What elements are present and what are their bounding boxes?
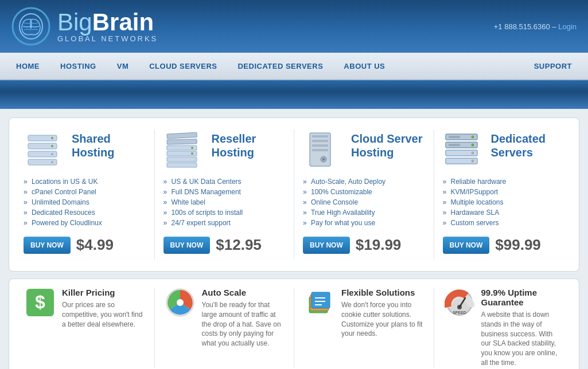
nav-cloud-servers[interactable]: CLOUD SERVERS	[139, 52, 227, 80]
cloud-title: Cloud ServerHosting	[351, 132, 422, 159]
dedicated-feature-4: Hardaware SLA	[443, 207, 565, 218]
reseller-title: ResellerHosting	[212, 132, 256, 159]
header-contact: +1 888.515.6360 – Login	[494, 22, 577, 31]
uptime-text: 99.9% Uptime Guarantee A website that is…	[481, 288, 563, 368]
svg-text:SPEED: SPEED	[453, 311, 466, 315]
pricing-text: Killer Pricing Our prices are so competi…	[62, 288, 144, 329]
nav-dedicated-servers[interactable]: DEDICATED SERVERS	[227, 52, 333, 80]
reseller-card-bottom: BUY NOW $12.95	[163, 236, 286, 254]
cloud-feature-5: Pay for what you use	[303, 218, 425, 228]
svg-point-8	[51, 153, 53, 155]
feature-uptime: SPEED 99.9% Uptime Guarantee A website t…	[434, 288, 574, 368]
brand-name: BigBrain	[57, 10, 158, 34]
login-link[interactable]: Login	[558, 22, 577, 31]
pricing-icon: $	[25, 288, 55, 317]
svg-point-31	[471, 152, 474, 155]
nav-support[interactable]: SUPPORT	[524, 52, 582, 80]
feature-pricing: $ Killer Pricing Our prices are so compe…	[15, 288, 155, 368]
logo-icon	[11, 7, 50, 46]
card-cloud-top: Cloud ServerHosting	[303, 129, 425, 171]
uptime-icon: SPEED	[445, 288, 474, 317]
uptime-desc: A website that is down stands in the way…	[481, 310, 563, 368]
logo-text: BigBrain GLOBAL NETWORKS	[57, 10, 158, 43]
cloud-card-bottom: BUY NOW $19.99	[303, 236, 425, 254]
card-dedicated-top: DedicatedServers	[443, 129, 565, 171]
dedicated-features: Reliable hardware KVM/IPSupport Multiple…	[443, 176, 565, 228]
nav-home[interactable]: HOME	[6, 52, 50, 80]
reseller-feature-1: US & UK Data Centers	[163, 176, 286, 187]
cloud-feature-3: Online Console	[303, 197, 425, 207]
svg-point-7	[51, 145, 53, 147]
cloud-features: Auto-Scale, Auto Deploy 100% Customizabl…	[303, 176, 425, 228]
nav-vm[interactable]: VM	[107, 52, 139, 80]
cloud-feature-4: True High Availability	[303, 207, 425, 218]
hosting-cards: SharedHosting Locations in US & UK cPane…	[9, 117, 579, 272]
shared-buy-button[interactable]: BUY NOW	[24, 237, 71, 254]
reseller-server-icon	[163, 129, 205, 171]
svg-text:$: $	[35, 292, 45, 312]
hero-band	[0, 80, 588, 109]
cloud-feature-2: 100% Customizable	[303, 187, 425, 197]
dedicated-card-bottom: BUY NOW $99.99	[443, 236, 565, 254]
dedicated-feature-1: Reliable hardware	[443, 176, 565, 187]
svg-point-24	[322, 158, 325, 160]
flexible-icon	[305, 288, 334, 317]
shared-card-bottom: BUY NOW $4.99	[24, 236, 146, 254]
svg-point-32	[471, 160, 474, 163]
svg-point-29	[471, 136, 474, 139]
card-dedicated: DedicatedServers Reliable hardware KVM/I…	[434, 129, 574, 260]
reseller-price: $12.95	[216, 236, 262, 254]
card-shared-top: SharedHosting	[24, 129, 146, 171]
reseller-feature-3: White label	[163, 197, 286, 207]
card-reseller: ResellerHosting US & UK Data Centers Ful…	[155, 129, 295, 260]
dedicated-buy-button[interactable]: BUY NOW	[443, 237, 490, 254]
svg-rect-11	[167, 139, 197, 144]
flexible-title: Flexible Solutions	[341, 288, 423, 297]
shared-server-icon	[24, 129, 65, 171]
main-nav: HOME HOSTING VM CLOUD SERVERS DEDICATED …	[0, 53, 588, 80]
nav-about-us[interactable]: ABOUT US	[333, 52, 395, 80]
cloud-buy-button[interactable]: BUY NOW	[303, 237, 350, 254]
svg-point-17	[191, 152, 193, 155]
logo-area: BigBrain GLOBAL NETWORKS	[11, 7, 158, 46]
pricing-title: Killer Pricing	[62, 288, 144, 297]
flexible-desc: We don't force you into cookie cutter so…	[341, 300, 423, 339]
shared-feature-3: Unlimited Domains	[24, 197, 146, 207]
shared-title: SharedHosting	[72, 132, 114, 159]
nav-hosting[interactable]: HOSTING	[50, 52, 107, 80]
svg-point-38	[177, 299, 184, 306]
card-reseller-top: ResellerHosting	[163, 129, 286, 171]
dedicated-server-icon	[443, 129, 484, 171]
uptime-title: 99.9% Uptime Guarantee	[481, 288, 563, 307]
card-shared: SharedHosting Locations in US & UK cPane…	[15, 129, 155, 260]
shared-features: Locations in US & UK cPanel Control Pane…	[24, 176, 146, 228]
autoscale-text: Auto Scale You'll be ready for that larg…	[202, 288, 284, 348]
svg-rect-21	[312, 144, 328, 147]
svg-rect-15	[167, 163, 197, 167]
card-cloud: Cloud ServerHosting Auto-Scale, Auto Dep…	[294, 129, 434, 260]
cloud-feature-1: Auto-Scale, Auto Deploy	[303, 176, 425, 187]
svg-rect-14	[167, 157, 197, 162]
main-content: SharedHosting Locations in US & UK cPane…	[0, 109, 588, 369]
svg-rect-33	[449, 136, 460, 138]
reseller-feature-2: Full DNS Management	[163, 187, 286, 197]
svg-point-9	[51, 161, 53, 163]
dedicated-price: $99.99	[495, 236, 541, 254]
reseller-buy-button[interactable]: BUY NOW	[163, 237, 211, 254]
shared-feature-2: cPanel Control Panel	[24, 187, 146, 197]
autoscale-desc: You'll be ready for that large amount of…	[202, 300, 284, 348]
autoscale-title: Auto Scale	[202, 288, 284, 297]
svg-point-6	[51, 137, 53, 139]
reseller-features: US & UK Data Centers Full DNS Management…	[163, 176, 286, 228]
flexible-text: Flexible Solutions We don't force you in…	[341, 288, 423, 339]
reseller-feature-5: 24/7 expert support	[163, 218, 286, 228]
svg-rect-10	[167, 132, 197, 139]
site-header: BigBrain GLOBAL NETWORKS +1 888.515.6360…	[0, 0, 588, 53]
features-row: $ Killer Pricing Our prices are so compe…	[9, 278, 579, 369]
dedicated-feature-2: KVM/IPSupport	[443, 187, 565, 197]
feature-autoscale: Auto Scale You'll be ready for that larg…	[155, 288, 295, 368]
shared-feature-1: Locations in US & UK	[24, 176, 146, 187]
svg-point-16	[191, 147, 193, 149]
svg-rect-22	[312, 149, 328, 151]
svg-rect-41	[311, 292, 330, 308]
